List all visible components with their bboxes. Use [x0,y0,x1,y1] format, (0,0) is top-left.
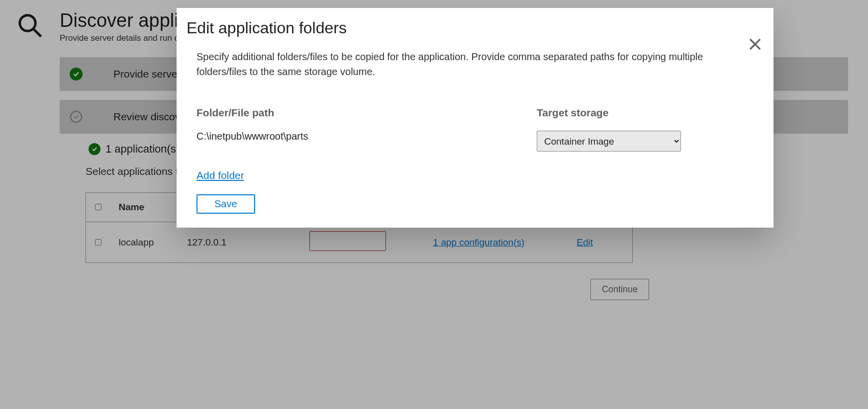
save-button[interactable]: Save [196,194,255,214]
add-folder-link[interactable]: Add folder [196,169,244,181]
target-storage-select[interactable]: Container Image [537,131,681,152]
close-icon[interactable] [748,37,763,52]
folder-path-value: C:\inetpub\wwwroot\parts [196,131,537,142]
modal-title: Edit application folders [187,19,754,37]
modal-description: Specify additional folders/files to be c… [196,49,754,79]
edit-folders-modal: Edit application folders Specify additio… [177,8,773,228]
col-header-target: Target storage [537,107,681,119]
col-header-path: Folder/File path [196,107,537,119]
